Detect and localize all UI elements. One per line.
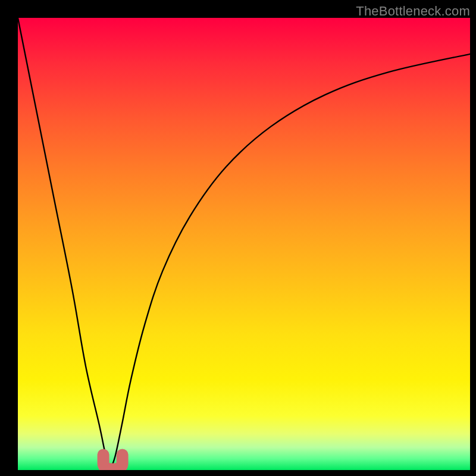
chart-frame: TheBottleneck.com <box>0 0 476 476</box>
watermark-text: TheBottleneck.com <box>356 4 470 19</box>
plot-area <box>18 18 470 470</box>
bottleneck-curve-path <box>18 18 470 465</box>
curve-layer <box>18 18 470 470</box>
